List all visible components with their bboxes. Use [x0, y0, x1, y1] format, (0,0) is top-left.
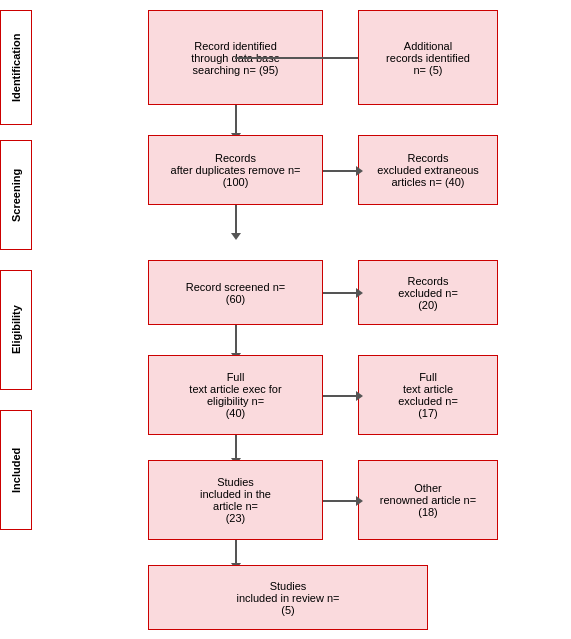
- arrow-h-3: [323, 292, 358, 294]
- box-full-text-eligibility: Full text article exec for eligibility n…: [148, 355, 323, 435]
- arrow-h-2-head: [356, 166, 363, 176]
- box-additional-records: Additional records identified n= (5): [358, 10, 498, 105]
- label-screening: Screening: [0, 140, 32, 250]
- arrow-3-down: [235, 325, 237, 355]
- arrow-h-4-head: [356, 391, 363, 401]
- arrow-h-5-head: [356, 496, 363, 506]
- arrow-5-down: [235, 540, 237, 565]
- arrow-h-1: [235, 57, 358, 59]
- label-eligibility: Eligibility: [0, 270, 32, 390]
- box-studies-included-article: Studies included in the article n= (23): [148, 460, 323, 540]
- arrow-h-3-head: [356, 288, 363, 298]
- box-other-renowned: Other renowned article n= (18): [358, 460, 498, 540]
- arrow-h-5: [323, 500, 358, 502]
- arrow-h-4: [323, 395, 358, 397]
- box-record-screened: Record screened n= (60): [148, 260, 323, 325]
- diagram-container: Identification Screening Eligibility Inc…: [0, 0, 571, 639]
- arrow-1-down: [235, 105, 237, 135]
- arrow-2-down: [235, 205, 237, 235]
- box-records-excluded-extraneous: Records excluded extraneous articles n= …: [358, 135, 498, 205]
- label-included: Included: [0, 410, 32, 530]
- box-records-excluded: Records excluded n= (20): [358, 260, 498, 325]
- arrow-h-2: [323, 170, 358, 172]
- arrow-2-head: [231, 233, 241, 240]
- label-identification: Identification: [0, 10, 32, 125]
- box-records-after-duplicates: Records after duplicates remove n= (100): [148, 135, 323, 205]
- arrow-4-down: [235, 435, 237, 460]
- box-studies-review: Studies included in review n= (5): [148, 565, 428, 630]
- box-full-text-excluded: Full text article excluded n= (17): [358, 355, 498, 435]
